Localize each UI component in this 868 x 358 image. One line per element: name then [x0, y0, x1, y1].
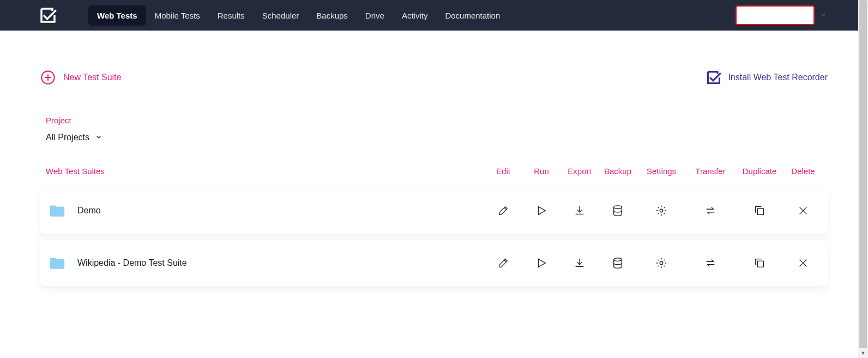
- chevron-down-icon: [95, 133, 103, 142]
- download-icon: [574, 257, 586, 269]
- delete-button[interactable]: [784, 205, 822, 217]
- backup-button[interactable]: [599, 205, 637, 217]
- close-icon: [797, 205, 809, 217]
- plus-circle-icon: [40, 70, 56, 85]
- pencil-icon: [497, 205, 509, 217]
- transfer-icon: [704, 257, 716, 269]
- pencil-icon: [497, 257, 509, 269]
- main-content: New Test Suite Install Web Test Recorder…: [0, 70, 868, 286]
- transfer-button[interactable]: [686, 257, 735, 269]
- account-field[interactable]: [736, 5, 815, 25]
- scroll-down-arrow-icon[interactable]: ▼: [858, 348, 868, 358]
- nav-item-scheduler[interactable]: Scheduler: [254, 5, 308, 26]
- export-button[interactable]: [560, 205, 599, 217]
- play-icon: [535, 257, 547, 269]
- header-backup: Backup: [599, 166, 637, 176]
- header-export: Export: [560, 166, 599, 176]
- nav-item-documentation[interactable]: Documentation: [436, 5, 509, 26]
- vertical-scrollbar[interactable]: ▲ ▼: [858, 0, 868, 358]
- settings-button[interactable]: [637, 257, 686, 269]
- suite-name: Wikipedia - Demo Test Suite: [77, 258, 484, 268]
- nav-item-activity[interactable]: Activity: [393, 5, 437, 26]
- database-icon: [612, 257, 624, 269]
- app-logo-icon: [39, 7, 57, 24]
- nav-item-drive[interactable]: Drive: [357, 5, 393, 26]
- suite-name: Demo: [77, 206, 484, 216]
- top-right-controls: [736, 5, 859, 25]
- recorder-logo-icon: [706, 70, 721, 85]
- scrollbar-thumb[interactable]: [859, 0, 867, 349]
- gear-icon: [655, 205, 667, 217]
- new-test-suite-label: New Test Suite: [63, 73, 121, 82]
- nav-item-mobile-tests[interactable]: Mobile Tests: [146, 5, 209, 26]
- svg-point-5: [660, 261, 663, 265]
- header-run: Run: [522, 166, 560, 176]
- edit-button[interactable]: [484, 257, 522, 269]
- project-filter: Project All Projects: [46, 116, 828, 142]
- svg-point-2: [660, 209, 663, 212]
- nav-menu: Web Tests Mobile Tests Results Scheduler…: [88, 5, 509, 26]
- header-transfer: Transfer: [686, 166, 735, 176]
- svg-rect-3: [757, 208, 763, 214]
- duplicate-button[interactable]: [735, 257, 784, 269]
- new-test-suite-button[interactable]: New Test Suite: [40, 70, 121, 85]
- download-icon: [574, 205, 586, 217]
- nav-item-web-tests[interactable]: Web Tests: [88, 5, 146, 26]
- database-icon: [612, 205, 624, 217]
- gear-icon: [655, 257, 667, 269]
- header-name: Web Test Suites: [46, 166, 484, 176]
- suite-row[interactable]: Demo: [40, 188, 828, 234]
- transfer-icon: [704, 205, 716, 217]
- svg-point-1: [614, 206, 622, 209]
- install-recorder-label: Install Web Test Recorder: [728, 73, 828, 82]
- header-settings: Settings: [637, 166, 686, 176]
- install-recorder-button[interactable]: Install Web Test Recorder: [706, 70, 828, 85]
- duplicate-icon: [754, 205, 765, 217]
- header-delete: Delete: [784, 166, 822, 176]
- nav-item-backups[interactable]: Backups: [308, 5, 357, 26]
- duplicate-icon: [754, 257, 765, 269]
- top-nav-bar: Web Tests Mobile Tests Results Scheduler…: [0, 0, 868, 31]
- run-button[interactable]: [522, 257, 560, 269]
- transfer-button[interactable]: [686, 205, 735, 217]
- project-select[interactable]: All Projects: [46, 133, 828, 142]
- delete-button[interactable]: [784, 257, 822, 269]
- settings-button[interactable]: [637, 205, 686, 217]
- action-row: New Test Suite Install Web Test Recorder: [40, 70, 828, 85]
- close-icon: [797, 257, 809, 269]
- svg-point-4: [614, 258, 622, 261]
- nav-item-results[interactable]: Results: [209, 5, 254, 26]
- duplicate-button[interactable]: [735, 205, 784, 217]
- project-selected-value: All Projects: [46, 133, 89, 142]
- edit-button[interactable]: [484, 205, 522, 217]
- suite-row[interactable]: Wikipedia - Demo Test Suite: [40, 240, 828, 286]
- export-button[interactable]: [560, 257, 599, 269]
- suites-table-header: Web Test Suites Edit Run Export Backup S…: [40, 166, 828, 182]
- folder-icon: [49, 256, 65, 270]
- svg-rect-6: [757, 261, 763, 267]
- backup-button[interactable]: [599, 257, 637, 269]
- run-button[interactable]: [522, 205, 560, 217]
- project-label: Project: [46, 116, 828, 125]
- folder-icon: [49, 204, 65, 217]
- play-icon: [535, 205, 547, 217]
- header-edit: Edit: [484, 166, 522, 176]
- header-duplicate: Duplicate: [735, 166, 784, 176]
- chevron-down-icon[interactable]: [820, 11, 827, 20]
